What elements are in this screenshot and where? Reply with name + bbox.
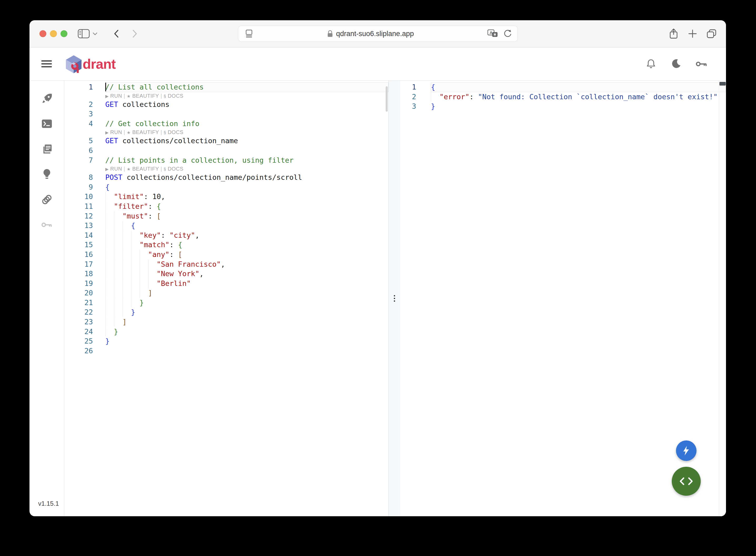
- panel-splitter[interactable]: [389, 80, 400, 516]
- line-number: 23: [64, 317, 105, 327]
- code-text[interactable]: }: [105, 327, 389, 337]
- indent-guide: [122, 288, 131, 298]
- code-text[interactable]: "San Francisco",: [105, 259, 389, 269]
- notifications-button[interactable]: [645, 58, 657, 70]
- line-number: 2: [400, 92, 431, 102]
- indent-guide: [122, 279, 131, 288]
- code-text[interactable]: }: [105, 308, 389, 317]
- qdrant-logo[interactable]: drant: [65, 55, 115, 73]
- code-text[interactable]: {: [105, 221, 389, 231]
- beautify-button[interactable]: ★ BEAUTIFY: [127, 93, 159, 99]
- inline-actions: ▶ RUN | ★ BEAUTIFY | § DOCS: [105, 129, 389, 136]
- tab-overview-icon: [706, 29, 717, 38]
- response-scrollbar-thumb[interactable]: [719, 82, 726, 85]
- minimize-button[interactable]: [50, 30, 57, 37]
- code-text[interactable]: [105, 346, 389, 356]
- indent-guide: [122, 259, 131, 269]
- docs-button[interactable]: § DOCS: [164, 166, 183, 172]
- indent-guide: [105, 231, 114, 240]
- code-line: 26: [64, 346, 389, 356]
- page-settings-button[interactable]: [245, 30, 253, 38]
- line-number: 25: [64, 337, 105, 346]
- code-text[interactable]: // Get collection info: [105, 119, 389, 129]
- close-button[interactable]: [39, 30, 46, 37]
- version-label: v1.15.1: [38, 500, 59, 507]
- code-line: 1// List all collections: [64, 82, 389, 92]
- code-text[interactable]: "must": [: [105, 211, 389, 221]
- indent-guide: [122, 298, 131, 308]
- address-bar[interactable]: qdrant-suo6.sliplane.app A: [238, 26, 518, 42]
- code-text[interactable]: // List points in a collection, using fi…: [105, 155, 389, 165]
- code-text[interactable]: GET collections: [105, 100, 389, 109]
- run-button[interactable]: ▶ RUN: [105, 93, 122, 99]
- code-text[interactable]: "key": "city",: [105, 231, 389, 240]
- code-text[interactable]: GET collections/collection_name: [105, 136, 389, 146]
- theme-toggle-button[interactable]: [671, 58, 682, 70]
- code-line: 19"Berlin": [64, 279, 389, 288]
- code-text[interactable]: [105, 146, 389, 155]
- zoom-button[interactable]: [61, 30, 67, 37]
- tab-overview-button[interactable]: [706, 28, 717, 39]
- menu-button[interactable]: [41, 60, 52, 67]
- code-text[interactable]: {: [105, 182, 389, 192]
- code-text[interactable]: "limit": 10,: [105, 192, 389, 202]
- run-button[interactable]: ▶ RUN: [105, 129, 122, 135]
- code-text[interactable]: "New York",: [105, 269, 389, 279]
- beautify-button[interactable]: ★ BEAUTIFY: [127, 166, 159, 172]
- url-display: qdrant-suo6.sliplane.app: [253, 30, 488, 38]
- code-text[interactable]: ]: [105, 288, 389, 298]
- code-text[interactable]: }: [105, 298, 389, 308]
- code-line: 11"filter": {: [64, 202, 389, 211]
- code-text[interactable]: // List all collections: [105, 82, 389, 92]
- screen: qdrant-suo6.sliplane.app A: [0, 0, 756, 556]
- code-text[interactable]: [105, 109, 389, 119]
- run-all-button[interactable]: [676, 441, 696, 461]
- reload-button[interactable]: [503, 30, 512, 38]
- chevron-down-icon: [93, 32, 98, 36]
- run-button[interactable]: ▶ RUN: [105, 166, 122, 172]
- api-key-button[interactable]: [696, 58, 707, 70]
- sidebar-item-datasets[interactable]: [41, 194, 52, 205]
- indent-guide: [105, 327, 114, 337]
- code-text[interactable]: "Berlin": [105, 279, 389, 288]
- code-line: 12"must": [: [64, 211, 389, 221]
- code-text[interactable]: ]: [105, 317, 389, 327]
- indent-guide: [140, 288, 148, 298]
- code-text[interactable]: }: [105, 337, 389, 346]
- rocket-icon: [41, 93, 52, 104]
- indent-guide: [122, 250, 131, 259]
- indent-guide: [114, 221, 123, 230]
- line-number: 1: [64, 82, 105, 92]
- toggle-code-view-button[interactable]: [672, 467, 701, 496]
- code-line: 16"any": [: [64, 250, 389, 259]
- code-line: 2GET collections: [64, 100, 389, 109]
- code-text[interactable]: POST collections/collection_name/points/…: [105, 173, 389, 182]
- code-text[interactable]: "filter": {: [105, 202, 389, 211]
- beautify-button[interactable]: ★ BEAUTIFY: [127, 129, 159, 135]
- indent-guide: [140, 259, 148, 269]
- sidebar-toggle-button[interactable]: [78, 29, 90, 38]
- code-line: 8POST collections/collection_name/points…: [64, 173, 389, 182]
- sidebar-item-api-keys[interactable]: [41, 219, 52, 230]
- line-number: 8: [64, 173, 105, 182]
- sidebar-item-console[interactable]: [41, 118, 52, 129]
- indent-guide: [105, 192, 114, 201]
- indent-guide: [105, 259, 114, 269]
- sidebar-item-welcome[interactable]: [41, 93, 52, 104]
- translate-button[interactable]: A: [488, 30, 498, 38]
- sidebar-menu-chevron[interactable]: [93, 32, 98, 36]
- code-text[interactable]: "any": [: [105, 250, 389, 259]
- editor-scrollbar-thumb[interactable]: [386, 86, 388, 112]
- docs-button[interactable]: § DOCS: [164, 129, 183, 135]
- indent-guide: [114, 250, 123, 259]
- code-text[interactable]: "match": {: [105, 240, 389, 250]
- sidebar-item-collections[interactable]: [41, 143, 52, 154]
- indent-guide: [131, 288, 140, 298]
- back-button[interactable]: [113, 29, 119, 38]
- docs-button[interactable]: § DOCS: [164, 93, 183, 99]
- new-tab-button[interactable]: [687, 28, 698, 39]
- forward-button[interactable]: [132, 29, 138, 38]
- share-button[interactable]: [668, 28, 679, 39]
- key-icon: [41, 222, 52, 228]
- sidebar-item-tutorial[interactable]: [41, 169, 52, 180]
